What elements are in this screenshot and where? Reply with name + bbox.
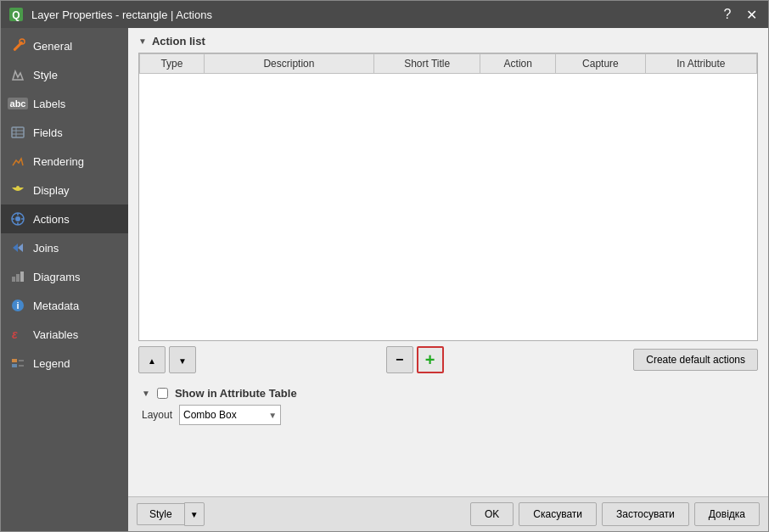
sidebar-item-metadata[interactable]: i Metadata xyxy=(1,291,128,320)
right-panel: ▼ Action list Type Description Short Tit… xyxy=(128,28,768,531)
sidebar-label-display: Display xyxy=(33,184,70,197)
sidebar-label-joins: Joins xyxy=(33,242,59,255)
layout-dropdown-arrow: ▼ xyxy=(268,411,277,420)
window-title: Layer Properties - rectangle | Actions xyxy=(31,8,212,21)
show-attr-label: Show in Attribute Table xyxy=(175,387,297,400)
layout-select-container[interactable]: Combo Box ▼ xyxy=(179,405,281,425)
sidebar-item-legend[interactable]: Legend xyxy=(1,349,128,378)
style-button-group: Style ▼ xyxy=(137,502,205,526)
app-icon: Q xyxy=(8,6,25,23)
titlebar-controls: ? ✕ xyxy=(717,4,761,25)
wrench-icon xyxy=(9,37,26,54)
section-title: Action list xyxy=(152,35,205,48)
sidebar-label-variables: Variables xyxy=(33,328,78,341)
col-in-attribute: In Attribute xyxy=(645,54,756,74)
col-type: Type xyxy=(140,54,205,74)
sidebar: General Style abc Labels xyxy=(1,28,128,531)
svg-rect-23 xyxy=(12,359,17,362)
diagrams-icon xyxy=(9,268,26,285)
style-icon xyxy=(9,66,26,83)
titlebar: Q Layer Properties - rectangle | Actions… xyxy=(1,1,768,28)
sidebar-label-actions: Actions xyxy=(33,213,70,226)
style-dropdown-arrow: ▼ xyxy=(190,510,199,519)
close-button[interactable]: ✕ xyxy=(741,4,761,25)
bottom-bar: Style ▼ OK Скасувати Застосувати Довідка xyxy=(128,496,768,531)
svg-text:ε: ε xyxy=(12,328,18,341)
sidebar-item-joins[interactable]: Joins xyxy=(1,233,128,262)
move-down-button[interactable] xyxy=(169,346,196,373)
svg-rect-18 xyxy=(16,274,20,282)
sidebar-label-general: General xyxy=(33,40,72,53)
metadata-icon: i xyxy=(9,297,26,314)
col-short-title: Short Title xyxy=(373,54,480,74)
svg-text:i: i xyxy=(16,300,19,311)
variables-icon: ε xyxy=(9,326,26,343)
help-button[interactable]: ? xyxy=(717,4,738,25)
sidebar-item-display[interactable]: Display xyxy=(1,176,128,204)
sidebar-item-labels[interactable]: abc Labels xyxy=(1,89,128,118)
sidebar-item-variables[interactable]: ε Variables xyxy=(1,320,128,349)
titlebar-left: Q Layer Properties - rectangle | Actions xyxy=(8,6,212,23)
layout-row: Layout Combo Box ▼ xyxy=(138,403,758,427)
style-button[interactable]: Style xyxy=(137,503,184,525)
sidebar-item-general[interactable]: General xyxy=(1,31,128,60)
show-attr-triangle[interactable]: ▼ xyxy=(142,389,150,398)
create-default-actions-button[interactable]: Create default actions xyxy=(633,349,758,371)
main-window: Q Layer Properties - rectangle | Actions… xyxy=(0,0,769,532)
svg-rect-2 xyxy=(13,41,23,51)
up-arrow-icon xyxy=(148,353,156,367)
sidebar-item-actions[interactable]: Actions xyxy=(1,204,128,233)
svg-rect-24 xyxy=(12,364,17,367)
add-action-button[interactable]: + xyxy=(417,346,444,373)
svg-point-8 xyxy=(16,186,20,189)
ok-button[interactable]: OK xyxy=(470,502,514,526)
svg-text:Q: Q xyxy=(12,9,20,21)
show-attr-header: ▼ Show in Attribute Table xyxy=(138,380,758,403)
action-table: Type Description Short Title Action Capt… xyxy=(139,53,757,74)
collapse-triangle[interactable]: ▼ xyxy=(138,36,147,46)
style-dropdown-button[interactable]: ▼ xyxy=(184,502,205,526)
sidebar-item-style[interactable]: Style xyxy=(1,60,128,89)
minus-icon xyxy=(396,352,403,367)
sidebar-label-fields: Fields xyxy=(33,126,63,139)
svg-rect-19 xyxy=(20,272,24,282)
show-in-attribute-checkbox[interactable] xyxy=(157,388,168,399)
svg-rect-17 xyxy=(12,277,15,282)
sidebar-label-legend: Legend xyxy=(33,357,70,370)
layout-select-value: Combo Box xyxy=(183,409,268,421)
svg-marker-16 xyxy=(18,244,23,252)
sidebar-item-rendering[interactable]: Rendering xyxy=(1,147,128,176)
show-attribute-section: ▼ Show in Attribute Table Layout Combo B… xyxy=(138,380,758,427)
sidebar-label-diagrams: Diagrams xyxy=(33,271,81,283)
sidebar-item-diagrams[interactable]: Diagrams xyxy=(1,262,128,291)
remove-action-button[interactable] xyxy=(386,346,413,373)
rendering-icon xyxy=(9,153,26,170)
joins-icon xyxy=(9,239,26,256)
sidebar-label-labels: Labels xyxy=(33,98,65,110)
svg-point-10 xyxy=(15,216,20,221)
legend-icon xyxy=(9,355,26,372)
move-up-button[interactable] xyxy=(138,346,166,373)
display-icon xyxy=(9,182,26,199)
col-action: Action xyxy=(480,54,556,74)
layout-label: Layout xyxy=(142,409,172,421)
svg-rect-4 xyxy=(12,127,24,137)
sidebar-item-fields[interactable]: Fields xyxy=(1,118,128,147)
section-header: ▼ Action list xyxy=(138,35,758,48)
col-capture: Capture xyxy=(556,54,645,74)
labels-icon: abc xyxy=(9,95,26,112)
cancel-button[interactable]: Скасувати xyxy=(519,502,597,526)
sidebar-label-rendering: Rendering xyxy=(33,155,84,168)
col-description: Description xyxy=(204,54,373,74)
action-list-section: ▼ Action list Type Description Short Tit… xyxy=(138,35,758,373)
apply-button[interactable]: Застосувати xyxy=(602,502,689,526)
action-toolbar: + Create default actions xyxy=(138,346,758,373)
content-area: ▼ Action list Type Description Short Tit… xyxy=(128,28,768,496)
svg-marker-15 xyxy=(13,244,18,252)
down-arrow-icon xyxy=(178,353,187,367)
plus-icon: + xyxy=(425,351,435,368)
help-button-bottom[interactable]: Довідка xyxy=(694,502,760,526)
action-table-container: Type Description Short Title Action Capt… xyxy=(138,53,758,341)
sidebar-label-style: Style xyxy=(33,69,58,81)
actions-icon xyxy=(9,210,26,227)
